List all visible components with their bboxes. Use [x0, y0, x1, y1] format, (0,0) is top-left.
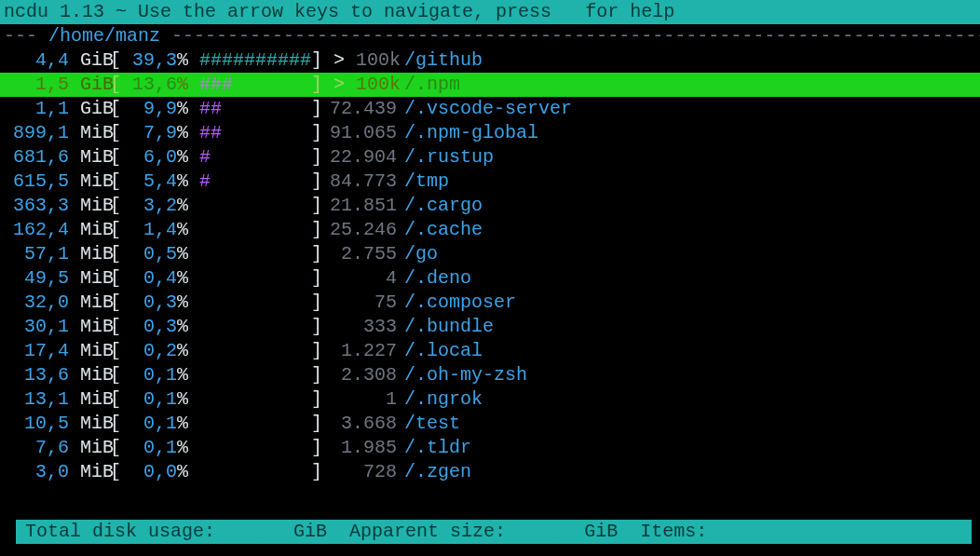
size-value: 32,0	[24, 292, 69, 313]
item-count: 3.668	[322, 412, 397, 436]
entry-name: /go	[404, 243, 438, 264]
bar-close-bracket: ]	[311, 170, 322, 194]
list-item[interactable]: 681,6 MiB[ 6,0% # ]22.904/.rustup	[0, 145, 980, 170]
item-count: > 100k	[322, 48, 397, 73]
list-item[interactable]: 162,4 MiB[ 1,4% ]25.246/.cache	[0, 218, 980, 242]
list-item[interactable]: 13,1 MiB[ 0,1% ]1/.ngrok	[0, 387, 980, 412]
list-item[interactable]: 615,5 MiB[ 5,4% # ]84.773/tmp	[0, 170, 980, 194]
percent-value: 5,4	[143, 170, 177, 192]
disk-usage-label: Total disk usage:	[25, 521, 238, 542]
bar-close-bracket: ]	[311, 194, 322, 218]
size-unit: MiB	[69, 316, 114, 337]
entry-name: /test	[404, 413, 460, 434]
percent-value: 1,4	[143, 219, 177, 240]
size-value: 1,1	[35, 98, 69, 119]
entry-name: /.composer	[404, 292, 516, 313]
bar-open-bracket: [	[110, 97, 132, 121]
size-unit: MiB	[69, 170, 114, 192]
percent-sign-icon: %	[177, 48, 199, 73]
usage-bar-icon	[199, 195, 311, 216]
usage-bar-icon	[199, 413, 311, 434]
usage-bar-icon	[199, 243, 311, 264]
list-item[interactable]: 10,5 MiB[ 0,1% ]3.668/test	[0, 412, 980, 436]
usage-bar-icon: #	[199, 146, 311, 168]
list-item[interactable]: 3,0 MiB[ 0,0% ]728/.zgen	[0, 460, 980, 484]
usage-bar-icon	[199, 388, 311, 410]
disk-usage-unit: GiB	[282, 521, 349, 542]
size-value: 10,5	[24, 413, 69, 434]
percent-sign-icon: %	[177, 73, 199, 97]
size-unit: MiB	[69, 388, 114, 410]
percent-value: 0,5	[143, 243, 177, 264]
list-item[interactable]: 1,1 GiB[ 9,9% ## ]72.439/.vscode-server	[0, 97, 980, 121]
bar-open-bracket: [	[110, 194, 132, 218]
percent-sign-icon: %	[177, 194, 199, 218]
size-unit: GiB	[69, 74, 114, 95]
usage-bar-icon	[199, 316, 311, 337]
list-item[interactable]: 49,5 MiB[ 0,4% ]4/.deno	[0, 266, 980, 291]
list-item[interactable]: 4,4 GiB[ 39,3% ##########] > 100k/github	[0, 48, 980, 73]
percent-sign-icon: %	[177, 339, 199, 363]
bar-open-bracket: [	[110, 242, 132, 266]
item-count: 22.904	[322, 145, 397, 170]
list-item[interactable]: 899,1 MiB[ 7,9% ## ]91.065/.npm-global	[0, 121, 980, 145]
bar-close-bracket: ]	[311, 363, 322, 387]
size-value: 57,1	[24, 243, 69, 264]
size-value: 162,4	[13, 219, 69, 240]
list-item[interactable]: 7,6 MiB[ 0,1% ]1.985/.tldr	[0, 436, 980, 460]
bar-open-bracket: [	[110, 387, 132, 412]
item-count: 1.985	[322, 436, 397, 460]
path-row: --- /home/manz -------------------------…	[0, 24, 980, 48]
apparent-label: Apparent size:	[349, 521, 528, 542]
disk-usage-value: 11,5	[238, 521, 282, 542]
size-value: 681,6	[13, 146, 69, 168]
percent-value: 0,1	[143, 413, 177, 434]
bar-open-bracket: [	[110, 339, 132, 363]
size-unit: GiB	[69, 49, 114, 71]
directory-list[interactable]: 4,4 GiB[ 39,3% ##########] > 100k/github…	[0, 48, 980, 484]
size-unit: MiB	[69, 413, 114, 434]
list-item[interactable]: 57,1 MiB[ 0,5% ]2.755/go	[0, 242, 980, 266]
entry-name: /.npm-global	[404, 122, 538, 143]
item-count: 84.773	[322, 170, 397, 194]
size-value: 17,4	[24, 340, 69, 361]
size-value: 49,5	[24, 267, 69, 289]
percent-sign-icon: %	[177, 291, 199, 315]
percent-value: 7,9	[143, 122, 177, 143]
current-path[interactable]: /home/manz	[48, 25, 160, 47]
list-item[interactable]: 13,6 MiB[ 0,1% ]2.308/.oh-my-zsh	[0, 363, 980, 387]
apparent-unit: GiB	[573, 521, 640, 542]
item-count: 25.246	[322, 218, 397, 242]
entry-name: /.local	[404, 340, 483, 361]
item-count: 21.851	[322, 194, 397, 218]
percent-value: 0,2	[143, 340, 177, 361]
bar-open-bracket: [	[110, 436, 132, 460]
list-item[interactable]: 30,1 MiB[ 0,3% ]333/.bundle	[0, 315, 980, 339]
size-unit: MiB	[69, 267, 114, 289]
bar-open-bracket: [	[110, 291, 132, 315]
usage-bar-icon	[199, 437, 311, 458]
entry-name: /.npm	[404, 74, 460, 95]
entry-name: /.vscode-server	[404, 98, 572, 119]
item-count: 91.065	[322, 121, 397, 145]
bar-close-bracket: ]	[311, 412, 322, 436]
entry-name: /.deno	[404, 267, 471, 289]
percent-value: 0,1	[143, 364, 177, 386]
bar-open-bracket: [	[110, 363, 132, 387]
usage-bar-icon	[199, 267, 311, 289]
list-item[interactable]: 363,3 MiB[ 3,2% ]21.851/.cargo	[0, 194, 980, 218]
size-value: 3,0	[35, 461, 69, 482]
usage-bar-icon	[199, 461, 311, 482]
percent-value: 13,6	[132, 74, 177, 95]
entry-name: /.tldr	[404, 437, 471, 458]
list-item[interactable]: 17,4 MiB[ 0,2% ]1.227/.local	[0, 339, 980, 363]
bar-open-bracket: [	[110, 48, 132, 73]
usage-bar-icon	[199, 364, 311, 386]
usage-bar-icon: ##	[199, 122, 311, 143]
list-item[interactable]: 1,5 GiB[ 13,6% ### ] > 100k/.npm	[0, 73, 980, 97]
list-item[interactable]: 32,0 MiB[ 0,3% ]75/.composer	[0, 291, 980, 315]
item-count: 1	[322, 387, 397, 412]
item-count: 728	[322, 460, 397, 484]
percent-sign-icon: %	[177, 412, 199, 436]
header-text: ncdu 1.13 ~ Use the arrow keys to naviga…	[4, 1, 563, 22]
